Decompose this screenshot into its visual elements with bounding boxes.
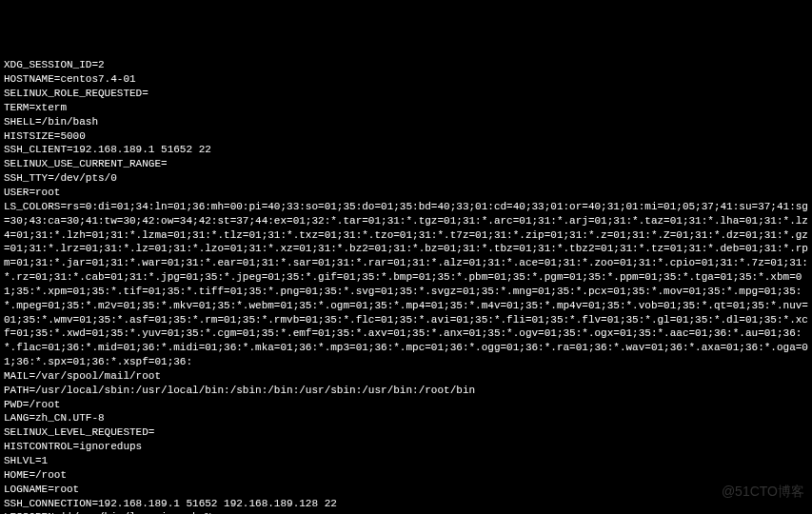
env-line: SHLVL=1 [4, 454, 808, 468]
env-line: SSH_CONNECTION=192.168.189.1 51652 192.1… [4, 497, 808, 511]
env-line: LESSOPEN=||/usr/bin/lesspipe.sh %s [4, 510, 808, 514]
env-line: PWD=/root [4, 398, 808, 412]
env-line: SSH_CLIENT=192.168.189.1 51652 22 [4, 143, 808, 157]
env-line: MAIL=/var/spool/mail/root [4, 369, 808, 384]
env-line: SELINUX_LEVEL_REQUESTED= [4, 425, 808, 440]
terminal-output: XDG_SESSION_ID=2HOSTNAME=centos7.4-01SEL… [4, 58, 808, 514]
env-line: XDG_SESSION_ID=2 [4, 58, 808, 72]
env-line: SELINUX_USE_CURRENT_RANGE= [4, 157, 808, 171]
env-line: USER=root [4, 186, 808, 200]
env-line: LS_COLORS=rs=0:di=01;34:ln=01;36:mh=00:p… [4, 200, 808, 369]
env-line: HISTCONTROL=ignoredups [4, 440, 808, 454]
env-line: HOSTNAME=centos7.4-01 [4, 72, 808, 87]
env-line: LOGNAME=root [4, 483, 808, 497]
env-line: SHELL=/bin/bash [4, 115, 808, 129]
env-line: HOME=/root [4, 468, 808, 483]
env-line: HISTSIZE=5000 [4, 129, 808, 144]
env-line: TERM=xterm [4, 101, 808, 115]
env-line: SELINUX_ROLE_REQUESTED= [4, 87, 808, 101]
env-line: SSH_TTY=/dev/pts/0 [4, 171, 808, 186]
env-line: PATH=/usr/local/sbin:/usr/local/bin:/sbi… [4, 384, 808, 398]
env-line: LANG=zh_CN.UTF-8 [4, 411, 808, 425]
